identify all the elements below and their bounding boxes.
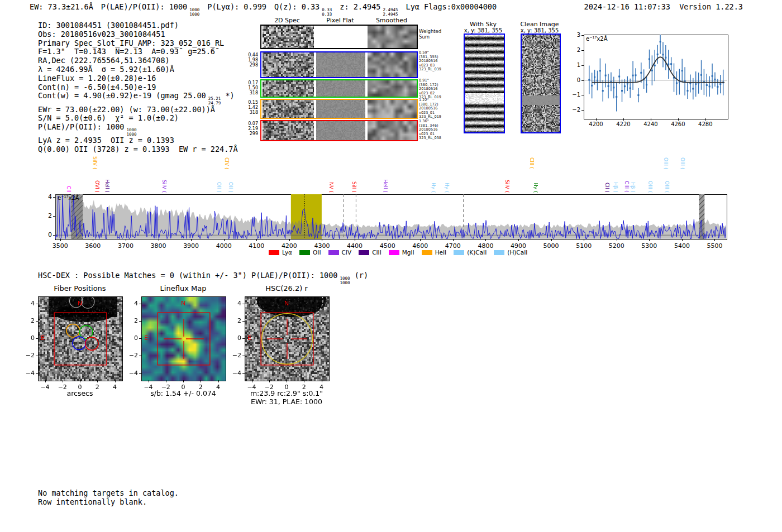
map-y-tick [139, 356, 141, 356]
cutout-col-title: Smoothed [366, 17, 417, 24]
hsc-match-line: HSC-DEX : Possible Matches = 0 (within +… [38, 271, 368, 285]
spec2d-image [263, 121, 314, 140]
sky-panel-image-box [521, 33, 561, 133]
x-tick-label: 4260 [667, 121, 689, 127]
emission-line-label: HeII ( [104, 179, 110, 193]
x-tick-mark [705, 118, 706, 121]
x-tick-mark [388, 239, 388, 241]
legend-swatch [359, 250, 369, 255]
emission-line-label: Hγ ( [444, 183, 450, 193]
map-x-tick [115, 380, 116, 382]
map-y-tick [242, 338, 245, 339]
map-title-lineflux_map: Lineflux Map [130, 284, 236, 293]
map-xlabel-fiber_positions: arcsecs [24, 389, 136, 397]
line-mark-OIII: OIII ( [647, 0, 653, 193]
map-xlabel-hsc_r: m:23.9 rc:2.9" s:0.1" [231, 389, 342, 397]
spectrum-canvas [55, 194, 726, 239]
map-y-label: 2 [125, 317, 138, 324]
map-x-tick [218, 380, 219, 382]
emission-line-label: Hβ ( [630, 182, 636, 193]
map-image-lineflux_map [141, 296, 226, 381]
map-y-tick [242, 356, 245, 356]
x-tick-mark [617, 239, 617, 241]
y-tick-mark [581, 110, 584, 111]
clean-image [522, 35, 560, 132]
compass-north: N [181, 300, 185, 307]
map-title-fiber_positions: Fiber Positions [27, 284, 133, 293]
x-tick-mark [584, 239, 584, 241]
compass-north: N [78, 300, 82, 307]
y-tick-label: 1 [566, 62, 580, 68]
y-tick-mark [581, 50, 584, 51]
pixel-flat-noise [316, 100, 365, 118]
x-tick-mark [714, 239, 715, 241]
spectrum-svg [55, 194, 726, 239]
emission-line-label: Hβ ( [613, 182, 618, 193]
x-tick-mark [191, 239, 192, 241]
x-tick-mark [60, 239, 61, 241]
y-tick-label: 0 [566, 77, 580, 83]
compass-east: E [144, 334, 148, 342]
smoothed-image [368, 26, 417, 48]
map-x-tick [322, 380, 322, 382]
map-y-label: −4 [228, 370, 241, 377]
line-mark-Hγ: Hγ ( [431, 0, 436, 193]
x-tick-mark [224, 239, 225, 241]
emission-line-label: OII ( [228, 182, 233, 193]
stacked-fraction: 10001000 [126, 128, 136, 136]
legend-label: CIII [372, 249, 382, 256]
x-tick-mark [649, 239, 650, 241]
smoothed-image [368, 80, 417, 97]
compass-north: N [284, 300, 289, 307]
map-y-tick [139, 304, 141, 304]
map-y-tick [36, 321, 38, 322]
cutout-left-labels: 0.07 2.19 299 [240, 121, 258, 136]
x-tick-mark [551, 239, 552, 241]
x-tick-label: 3500 [48, 242, 73, 250]
x-tick-mark [256, 239, 257, 241]
map-y-tick [139, 321, 141, 322]
cutout-col-title: Pixel Flat [315, 17, 365, 24]
legend-label: CIV [342, 249, 352, 256]
header-metric: P(LAE)/P(OII): 100010001000 [101, 2, 200, 11]
map-xlabel2-hsc_r: EWr: 31, PLAE: 1000 [231, 397, 342, 406]
map-y-label: −4 [125, 370, 138, 377]
map-y-tick [36, 356, 38, 356]
line-mark-Hγ: Hγ ( [533, 0, 538, 193]
map-y-tick [242, 304, 245, 304]
legend-swatch [328, 250, 339, 255]
emission-line-label: SiII ( [351, 181, 357, 193]
header-metric: Lyα Flags:0x00004000 [406, 2, 497, 11]
map-y-label: 0 [228, 334, 241, 342]
compass-east: E [247, 334, 251, 342]
legend-item-MgII: MgII [389, 249, 414, 256]
line-mark-OVI: OVI ( [94, 0, 100, 193]
stacked-fraction: 10001000 [189, 8, 199, 16]
emission-line-label: NV ( [328, 182, 334, 193]
x-tick-mark [678, 118, 679, 121]
x-tick-mark [420, 239, 421, 241]
cutout-row [260, 99, 418, 119]
emission-line-label: OIII ( [647, 181, 653, 193]
x-tick-label: 5200 [604, 242, 629, 250]
map-y-label: 4 [21, 300, 35, 307]
cutout-col-title: 2D Spec [262, 17, 312, 24]
emission-line-label: CIII ( [624, 181, 630, 193]
map-x-tick [252, 380, 252, 382]
legend-item-HeII: HeII [422, 249, 447, 256]
legend-swatch [422, 250, 432, 255]
sky-panel-image-box [464, 33, 505, 133]
y-tick-mark [581, 80, 584, 81]
header-metric: Q(z): 0.330.330.33 [274, 2, 332, 11]
map-y-label: 4 [125, 300, 138, 307]
map-y-tick [139, 338, 141, 339]
x-tick-label: 3900 [179, 242, 203, 250]
x-tick-mark [682, 239, 683, 241]
map-y-label: 0 [21, 334, 35, 342]
x-tick-mark [126, 239, 126, 241]
y-tick-label: 2 [566, 47, 580, 53]
map-x-tick [80, 380, 80, 382]
legend-swatch [299, 250, 310, 255]
cutout-left-labels: 0.15 1.42 318 [240, 100, 258, 115]
y-tick-label: −1 [566, 92, 580, 98]
